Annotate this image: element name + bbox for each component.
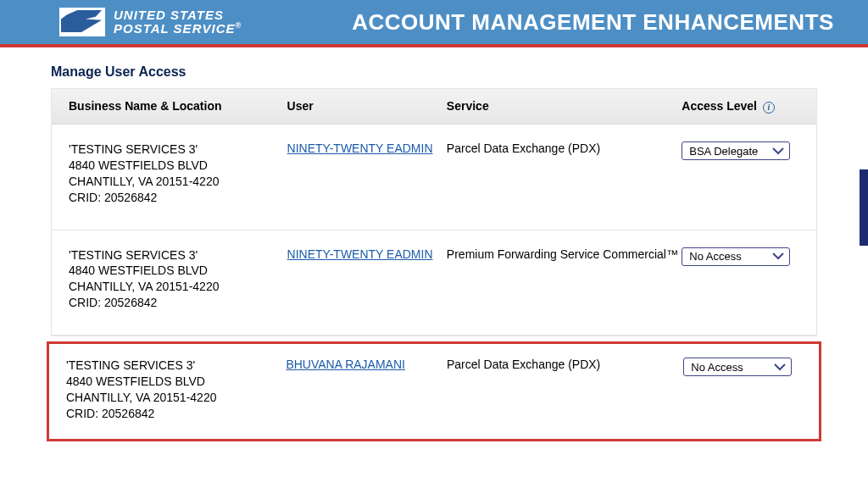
chevron-down-icon (774, 363, 786, 371)
logo-line-1: UNITED STATES (114, 8, 242, 23)
access-level-dropdown[interactable]: No Access (683, 358, 792, 376)
col-header-access: Access Level i (682, 99, 799, 114)
col-header-service: Service (447, 99, 682, 114)
feedback-side-tab[interactable] (860, 169, 868, 246)
content: Manage User Access Business Name & Locat… (0, 47, 868, 441)
access-table: Business Name & Location User Service Ac… (51, 88, 817, 336)
service-cell: Parcel Data Exchange (PDX) (447, 358, 683, 371)
business-cell: 'TESTING SERVICES 3' 4840 WESTFIELDS BLV… (69, 141, 287, 206)
access-cell: BSA Delegate (682, 141, 799, 160)
logo-line-2: POSTAL SERVICE® (114, 22, 242, 36)
page-title: ACCOUNT MANAGEMENT ENHANCEMENTS (352, 9, 834, 36)
access-cell: No Access (683, 358, 802, 376)
table-row: 'TESTING SERVICES 3' 4840 WESTFIELDS BLV… (52, 230, 816, 336)
chevron-down-icon (772, 252, 784, 260)
service-cell: Parcel Data Exchange (PDX) (447, 141, 682, 155)
eagle-icon (59, 8, 105, 36)
header: UNITED STATES POSTAL SERVICE® ACCOUNT MA… (0, 0, 868, 47)
table-header-row: Business Name & Location User Service Ac… (52, 89, 816, 125)
col-header-business: Business Name & Location (69, 99, 287, 114)
user-cell: BHUVANA RAJAMANI (286, 358, 447, 371)
business-cell: 'TESTING SERVICES 3' 4840 WESTFIELDS BLV… (66, 358, 286, 422)
user-link[interactable]: NINETY-TWENTY EADMIN (287, 141, 433, 155)
user-cell: NINETY-TWENTY EADMIN (287, 247, 447, 261)
table-row: 'TESTING SERVICES 3' 4840 WESTFIELDS BLV… (52, 125, 816, 230)
access-level-dropdown[interactable]: BSA Delegate (682, 141, 790, 160)
logo-text: UNITED STATES POSTAL SERVICE® (114, 8, 242, 36)
user-link[interactable]: BHUVANA RAJAMANI (286, 358, 405, 371)
access-level-dropdown[interactable]: No Access (682, 247, 790, 266)
service-cell: Premium Forwarding Service Commercial™ (447, 247, 682, 261)
highlighted-row-callout: 'TESTING SERVICES 3' 4840 WESTFIELDS BLV… (47, 341, 821, 441)
info-icon[interactable]: i (763, 102, 775, 114)
user-cell: NINETY-TWENTY EADMIN (287, 141, 447, 155)
access-cell: No Access (682, 247, 799, 266)
user-link[interactable]: NINETY-TWENTY EADMIN (287, 247, 433, 261)
business-cell: 'TESTING SERVICES 3' 4840 WESTFIELDS BLV… (69, 247, 287, 312)
usps-logo: UNITED STATES POSTAL SERVICE® (59, 8, 242, 36)
table-row: 'TESTING SERVICES 3' 4840 WESTFIELDS BLV… (49, 344, 819, 439)
section-title: Manage User Access (51, 64, 868, 80)
col-header-user: User (287, 99, 447, 114)
chevron-down-icon (772, 147, 784, 155)
